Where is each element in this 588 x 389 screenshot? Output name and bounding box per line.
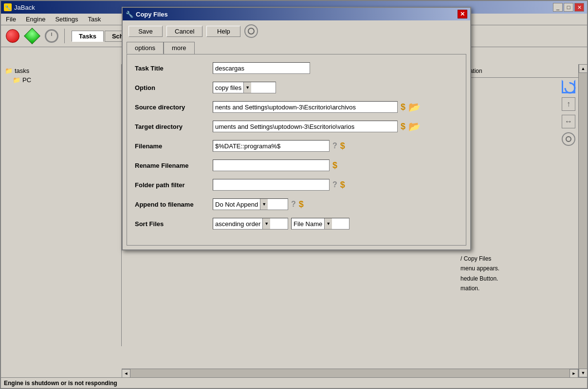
task-title-control — [213, 62, 458, 74]
source-dir-input[interactable] — [213, 101, 398, 113]
task-title-input[interactable] — [213, 62, 310, 74]
target-dir-control: $ 📂 — [213, 121, 458, 132]
tab-more[interactable]: more — [164, 42, 195, 54]
filename-label: Filename — [135, 142, 213, 150]
folder-path-filter-label: Folder path filter — [135, 181, 213, 189]
option-label: Option — [135, 84, 213, 91]
cancel-button[interactable]: Cancel — [166, 26, 202, 37]
sort-order-arrow[interactable]: ▼ — [262, 218, 270, 229]
sort-order-value: ascending order — [213, 220, 262, 228]
target-dollar-icon[interactable]: $ — [401, 122, 405, 132]
target-folder-icon[interactable]: 📂 — [408, 121, 421, 132]
dialog-close-button[interactable]: ✕ — [458, 10, 467, 18]
sort-order-select[interactable]: ascending order ▼ — [213, 218, 288, 230]
sort-by-arrow[interactable]: ▼ — [324, 218, 332, 229]
dialog-title-left: 🔧 Copy Files — [126, 11, 168, 18]
filename-input[interactable] — [213, 140, 330, 152]
dialog-tabs: options more — [123, 42, 470, 54]
append-value: Do Not Append — [213, 201, 260, 208]
app-window: 🔧 JaBack _ □ ✕ File Engine Settings Task… — [0, 0, 588, 389]
append-filename-control: Do Not Append ▼ ? $ — [213, 198, 458, 210]
dialog-title: Copy Files — [136, 11, 168, 18]
option-select[interactable]: copy files ▼ — [213, 82, 276, 93]
filename-row: Filename ? $ — [135, 140, 458, 152]
append-filename-row: Append to filename Do Not Append ▼ ? $ — [135, 198, 458, 210]
dialog-overlay: 🔧 Copy Files ✕ Save Cancel Help options … — [1, 1, 587, 388]
folder-path-filter-control: ? $ — [213, 179, 458, 191]
sort-files-row: Sort Files ascending order ▼ File Name ▼ — [135, 218, 458, 230]
sort-by-value: File Name — [292, 220, 324, 228]
append-dollar-icon[interactable]: $ — [299, 199, 304, 210]
target-dir-input[interactable] — [213, 121, 398, 132]
rename-filename-label: Rename Filename — [135, 162, 213, 169]
filter-dollar-icon[interactable]: $ — [340, 180, 345, 190]
dialog-icon: 🔧 — [126, 11, 133, 18]
option-row: Option copy files ▼ — [135, 82, 458, 93]
filename-control: ? $ — [213, 140, 458, 152]
target-dir-label: Target directory — [135, 123, 213, 130]
dialog-circle-icon — [244, 24, 258, 38]
folder-path-filter-row: Folder path filter ? $ — [135, 179, 458, 191]
filename-dollar-icon[interactable]: $ — [340, 141, 345, 151]
save-button[interactable]: Save — [129, 26, 163, 37]
tab-options[interactable]: options — [127, 42, 164, 54]
dialog-title-bar: 🔧 Copy Files ✕ — [123, 8, 470, 20]
task-title-row: Task Title — [135, 62, 458, 74]
dialog-toolbar: Save Cancel Help — [123, 20, 470, 42]
filter-help-icon[interactable]: ? — [332, 180, 337, 189]
option-value: copy files — [213, 84, 243, 91]
option-control: copy files ▼ — [213, 82, 458, 93]
rename-filename-control: $ — [213, 159, 458, 171]
source-dir-row: Source directory $ 📂 — [135, 101, 458, 113]
append-arrow[interactable]: ▼ — [260, 199, 268, 210]
rename-filename-input[interactable] — [213, 159, 330, 171]
sort-files-control: ascending order ▼ File Name ▼ — [213, 218, 458, 230]
append-help-icon[interactable]: ? — [291, 200, 296, 209]
option-arrow[interactable]: ▼ — [243, 82, 251, 93]
source-dollar-icon[interactable]: $ — [401, 102, 405, 112]
source-dir-label: Source directory — [135, 104, 213, 111]
folder-path-filter-input[interactable] — [213, 179, 330, 191]
source-folder-icon[interactable]: 📂 — [408, 101, 421, 113]
append-filename-label: Append to filename — [135, 201, 213, 208]
source-dir-control: $ 📂 — [213, 101, 458, 113]
help-button[interactable]: Help — [206, 26, 240, 37]
copy-files-dialog: 🔧 Copy Files ✕ Save Cancel Help options … — [122, 7, 471, 250]
filename-help-icon[interactable]: ? — [332, 141, 337, 150]
sort-files-label: Sort Files — [135, 220, 213, 228]
rename-dollar-icon[interactable]: $ — [332, 160, 337, 171]
sort-by-select[interactable]: File Name ▼ — [291, 218, 349, 230]
rename-filename-row: Rename Filename $ — [135, 159, 458, 171]
append-select[interactable]: Do Not Append ▼ — [213, 198, 288, 210]
task-title-label: Task Title — [135, 65, 213, 72]
dialog-body: Task Title Option copy files ▼ — [127, 54, 466, 246]
target-dir-row: Target directory $ 📂 — [135, 121, 458, 132]
